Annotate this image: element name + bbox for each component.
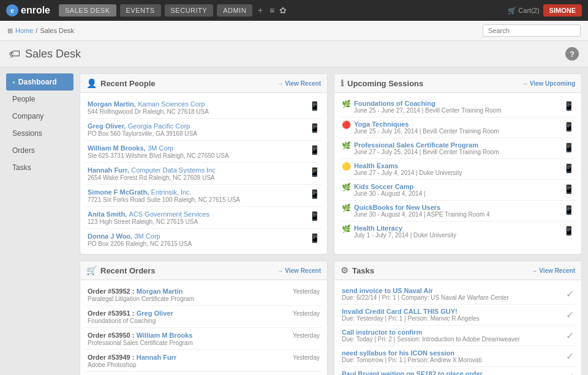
order-info: Order #53951 : Greg Oliver Foundations o…	[88, 309, 173, 324]
session-action-icon[interactable]: 📱	[564, 225, 574, 236]
tasks-header: ⚙ Tasks View Recent	[334, 261, 581, 280]
person-company[interactable]: 3M Corp	[148, 144, 173, 152]
session-name[interactable]: Foundations of Coaching	[354, 100, 502, 107]
session-action-icon[interactable]: 📱	[564, 204, 574, 215]
person-address: Ste 625 3731 Wilshire Blvd Raleigh, NC 2…	[88, 152, 229, 159]
view-recent-tasks[interactable]: View Recent	[531, 267, 575, 274]
person-action-icon[interactable]: 📱	[309, 144, 320, 155]
task-complete-icon[interactable]: ✓	[566, 287, 574, 300]
sidebar-item-people[interactable]: People	[6, 91, 74, 108]
order-date: Yesterday	[293, 331, 320, 339]
task-complete-icon[interactable]: ✓	[566, 349, 574, 362]
order-person[interactable]: William M Brooks	[137, 332, 193, 339]
order-info: Order #53950 : William M Brooks Professi…	[88, 331, 193, 346]
task-title[interactable]: Paul Bryant waiting on SF182 to place or…	[342, 370, 483, 375]
sidebar-item-dashboard[interactable]: Dashboard	[6, 73, 74, 91]
list-item: send invoice to US Naval Air Due: 6/22/1…	[339, 284, 576, 305]
nav-events[interactable]: EVENTS	[120, 4, 161, 17]
logo-icon: e	[6, 4, 18, 17]
person-company[interactable]: Computer Data Systems Inc	[131, 166, 216, 174]
person-action-icon[interactable]: 📱	[309, 166, 320, 177]
search-area	[483, 24, 581, 37]
task-title[interactable]: send invoice to US Naval Air	[342, 287, 509, 294]
person-action-icon[interactable]: 📱	[309, 100, 320, 111]
sidebar-item-orders[interactable]: Orders	[6, 142, 74, 159]
user-button[interactable]: SIMONE	[543, 4, 582, 17]
list-item: 🌿 Professional Sales Certificate Program…	[339, 138, 576, 159]
session-action-icon[interactable]: 📱	[564, 183, 574, 194]
sidebar-sessions-label: Sessions	[12, 129, 42, 138]
task-complete-icon[interactable]: ✓	[566, 308, 574, 321]
order-person[interactable]: Greg Oliver	[137, 310, 173, 317]
session-name[interactable]: Kids Soccer Camp	[354, 183, 426, 190]
search-input[interactable]	[483, 24, 581, 37]
list-item: Order #53951 : Greg Oliver Foundations o…	[85, 306, 322, 328]
layers-icon[interactable]: ≡	[270, 6, 274, 15]
task-title[interactable]: need syllabus for his ICON session	[342, 349, 481, 357]
view-recent-sessions[interactable]: View Upcoming	[522, 80, 575, 87]
session-action-icon[interactable]: 📱	[564, 162, 574, 173]
person-action-icon[interactable]: 📱	[309, 210, 320, 221]
person-info: William M Brooks, 3M Corp Ste 625 3731 W…	[88, 144, 229, 159]
person-company[interactable]: Entrinsik, Inc.	[151, 188, 192, 196]
nav-security[interactable]: SECURITY	[165, 4, 214, 17]
session-info: Health Literacy July 1 - July 7, 2014 | …	[354, 225, 456, 239]
sidebar-item-sessions[interactable]: Sessions	[6, 125, 74, 142]
person-name[interactable]: Donna J Woo,	[88, 232, 132, 240]
person-name[interactable]: Simone F McGrath,	[88, 188, 149, 196]
breadcrumb-current: Sales Desk	[40, 27, 74, 34]
sidebar-item-company[interactable]: Company	[6, 108, 74, 125]
person-company[interactable]: ACS Government Services	[129, 210, 209, 218]
order-person[interactable]: Morgan Martin	[137, 288, 183, 295]
list-item: Invalid Credit Card CALL THIS GUY! Due: …	[339, 305, 576, 325]
settings-icon[interactable]: ✿	[279, 6, 287, 15]
session-name[interactable]: Health Exams	[354, 162, 462, 169]
person-action-icon[interactable]: 📱	[309, 188, 320, 199]
nav-admin[interactable]: ADMIN	[217, 4, 252, 17]
sidebar-people-label: People	[12, 95, 35, 103]
recent-people-panel: 👤 Recent People View Recent Morgan Marti…	[80, 73, 328, 254]
order-number: Order #53952 :	[88, 288, 134, 295]
person-name[interactable]: Anita Smith,	[88, 210, 127, 218]
session-action-icon[interactable]: 📱	[564, 141, 574, 152]
breadcrumb-home[interactable]: Home	[15, 27, 33, 34]
person-info: Greg Oliver, Georgia Pacific Corp PO Box…	[88, 122, 197, 137]
person-name[interactable]: Greg Oliver,	[88, 122, 126, 130]
order-person[interactable]: Hannah Furr	[137, 354, 176, 361]
cart-button[interactable]: 🛒 Cart(2)	[508, 7, 539, 15]
order-date: Yesterday	[293, 287, 320, 295]
home-icon: ⊞	[7, 27, 13, 35]
sidebar-item-tasks[interactable]: Tasks	[6, 159, 74, 176]
session-name[interactable]: QuickBooks for New Users	[354, 204, 490, 211]
person-name[interactable]: William M Brooks,	[88, 144, 146, 152]
session-info: Professional Sales Certificate Program J…	[354, 141, 499, 155]
view-recent-people[interactable]: View Recent	[277, 80, 321, 87]
person-action-icon[interactable]: 📱	[309, 232, 320, 243]
list-item: Simone F McGrath, Entrinsik, Inc. 7721 S…	[85, 185, 322, 207]
task-complete-icon[interactable]: ✓	[566, 329, 574, 341]
session-name[interactable]: Health Literacy	[354, 225, 456, 232]
help-button[interactable]: ?	[565, 47, 579, 61]
tasks-title: Tasks	[352, 266, 374, 275]
session-name[interactable]: Yoga Techniques	[354, 121, 499, 128]
person-address: 7721 Six Forks Road Suite 100 Raleigh, N…	[88, 196, 240, 203]
person-company[interactable]: 3M Corp	[134, 232, 160, 240]
session-info: Kids Soccer Camp June 30 - August 4, 201…	[354, 183, 426, 197]
task-title[interactable]: Call instructor to confirm	[342, 329, 520, 336]
session-action-icon[interactable]: 📱	[564, 121, 574, 132]
person-name[interactable]: Hannah Furr,	[88, 166, 129, 174]
view-recent-orders[interactable]: View Recent	[277, 267, 321, 274]
person-name[interactable]: Morgan Martin,	[88, 100, 136, 108]
list-item: Order #53949 : Hannah Furr Adobe Photosh…	[85, 350, 322, 372]
task-title[interactable]: Invalid Credit Card CALL THIS GUY!	[342, 308, 480, 315]
task-complete-icon[interactable]: ✓	[566, 370, 574, 375]
person-company[interactable]: Georgia Pacific Corp	[128, 122, 190, 130]
session-name[interactable]: Professional Sales Certificate Program	[354, 141, 499, 149]
nav-sales-desk[interactable]: SALES DESK	[59, 4, 116, 17]
session-action-icon[interactable]: 📱	[564, 100, 574, 111]
session-info: Health Exams June 27 - July 4, 2014 | Du…	[354, 162, 462, 176]
plus-icon[interactable]: ＋	[256, 5, 265, 16]
person-company[interactable]: Kaman Sciences Corp	[138, 100, 205, 108]
person-action-icon[interactable]: 📱	[309, 122, 320, 133]
task-info: Paul Bryant waiting on SF182 to place or…	[342, 370, 483, 375]
